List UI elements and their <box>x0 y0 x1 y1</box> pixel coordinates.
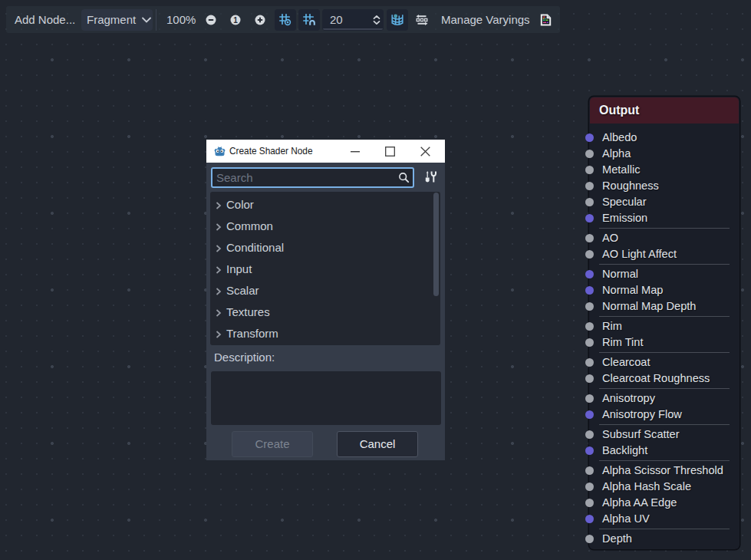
svg-text:1: 1 <box>233 16 238 25</box>
